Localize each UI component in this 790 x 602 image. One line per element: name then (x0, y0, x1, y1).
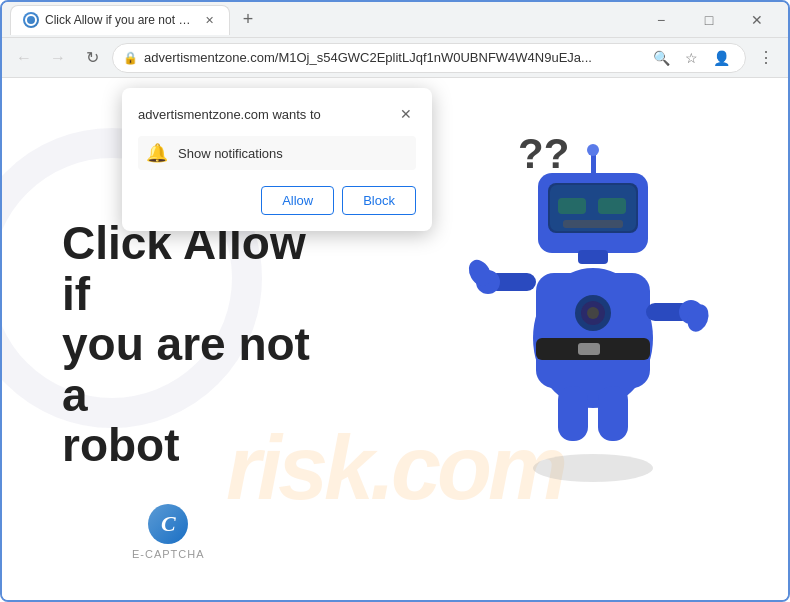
lock-icon: 🔒 (123, 51, 138, 65)
notification-popup: advertismentzone.com wants to ✕ 🔔 Show n… (122, 88, 432, 231)
svg-text:??: ?? (518, 130, 569, 177)
svg-rect-6 (563, 220, 623, 228)
svg-rect-7 (591, 153, 596, 175)
main-heading-area: Click Allow if you are not a robot (62, 218, 342, 471)
url-text: advertismentzone.com/M1Oj_s54GWC2EplitLJ… (144, 50, 641, 65)
robot-svg: ?? (448, 118, 728, 498)
active-tab[interactable]: Click Allow if you are not a robot ✕ (10, 5, 230, 35)
page-content: risk.com Click Allow if you are not a ro… (2, 78, 788, 600)
popup-header: advertismentzone.com wants to ✕ (138, 104, 416, 124)
title-bar: Click Allow if you are not a robot ✕ + −… (2, 2, 788, 38)
block-button[interactable]: Block (342, 186, 416, 215)
tab-title: Click Allow if you are not a robot (45, 13, 195, 27)
search-icon[interactable]: 🔍 (647, 44, 675, 72)
browser-menu-button[interactable]: ⋮ (752, 44, 780, 72)
robot-illustration: ?? (448, 118, 728, 498)
svg-point-8 (587, 144, 599, 156)
forward-button[interactable]: → (44, 44, 72, 72)
url-actions: 🔍 ☆ 👤 (647, 44, 735, 72)
captcha-c-letter: C (161, 511, 176, 537)
url-bar[interactable]: 🔒 advertismentzone.com/M1Oj_s54GWC2Eplit… (112, 43, 746, 73)
svg-point-16 (587, 307, 599, 319)
popup-close-button[interactable]: ✕ (396, 104, 416, 124)
captcha-label: E-CAPTCHA (132, 548, 205, 560)
profile-icon[interactable]: 👤 (707, 44, 735, 72)
refresh-button[interactable]: ↻ (78, 44, 106, 72)
svg-point-25 (533, 454, 653, 482)
bell-icon: 🔔 (146, 142, 168, 164)
popup-notification-row: 🔔 Show notifications (138, 136, 416, 170)
window-controls: − □ ✕ (638, 5, 780, 35)
bookmark-icon[interactable]: ☆ (677, 44, 705, 72)
captcha-area: C E-CAPTCHA (132, 504, 205, 560)
heading-line3: robot (62, 419, 180, 471)
popup-title: advertismentzone.com wants to (138, 107, 321, 122)
maximize-button[interactable]: □ (686, 5, 732, 35)
heading-line1: Click Allow if (62, 217, 306, 320)
allow-button[interactable]: Allow (261, 186, 334, 215)
tab-favicon (23, 12, 39, 28)
heading-line2: you are not a (62, 318, 310, 421)
main-heading: Click Allow if you are not a robot (62, 218, 342, 471)
close-button[interactable]: ✕ (734, 5, 780, 35)
svg-rect-4 (558, 198, 586, 214)
captcha-logo: C (148, 504, 188, 544)
svg-rect-23 (558, 386, 588, 441)
svg-rect-13 (578, 343, 600, 355)
address-bar: ← → ↻ 🔒 advertismentzone.com/M1Oj_s54GWC… (2, 38, 788, 78)
tab-close-button[interactable]: ✕ (201, 12, 217, 28)
minimize-button[interactable]: − (638, 5, 684, 35)
svg-rect-5 (598, 198, 626, 214)
svg-rect-24 (598, 386, 628, 441)
new-tab-button[interactable]: + (234, 6, 262, 34)
browser-window: Click Allow if you are not a robot ✕ + −… (0, 0, 790, 602)
back-button[interactable]: ← (10, 44, 38, 72)
popup-buttons: Allow Block (138, 186, 416, 215)
svg-rect-9 (578, 250, 608, 264)
popup-notification-text: Show notifications (178, 146, 283, 161)
tab-area: Click Allow if you are not a robot ✕ + (10, 5, 634, 35)
